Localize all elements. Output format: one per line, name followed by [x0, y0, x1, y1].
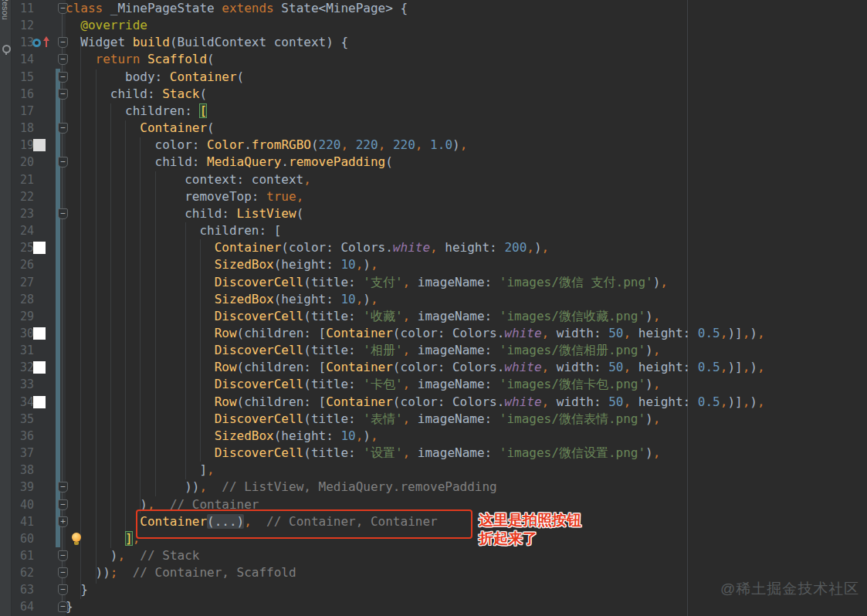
code-line[interactable]: 33 DiscoverCell(title: '卡包', imageName: …: [0, 376, 867, 393]
code-line[interactable]: 18− Container(: [0, 120, 867, 137]
code-text[interactable]: child: Stack(: [66, 86, 867, 103]
line-number[interactable]: 12: [14, 17, 34, 34]
code-text[interactable]: }: [66, 598, 867, 615]
vcs-change-marker[interactable]: [56, 274, 60, 291]
line-number[interactable]: 18: [14, 120, 34, 137]
line-number[interactable]: 64: [14, 598, 34, 615]
code-line[interactable]: 28 SizedBox(height: 10,),: [0, 291, 867, 308]
vcs-change-marker[interactable]: [56, 342, 60, 359]
code-line[interactable]: 26 SizedBox(height: 10,),: [0, 256, 867, 273]
vcs-change-marker[interactable]: [56, 411, 60, 428]
vcs-change-marker[interactable]: [56, 445, 60, 462]
code-text[interactable]: body: Container(: [66, 69, 867, 86]
line-number[interactable]: 15: [14, 69, 34, 86]
code-line[interactable]: 36 SizedBox(height: 10,),: [0, 428, 867, 445]
vcs-change-marker[interactable]: [56, 137, 60, 154]
color-preview-swatch[interactable]: [33, 396, 46, 408]
code-line[interactable]: 24 children: [: [0, 222, 867, 239]
line-number[interactable]: 62: [14, 564, 34, 581]
code-text[interactable]: SizedBox(height: 10,),: [66, 428, 867, 445]
line-number[interactable]: 61: [14, 547, 34, 564]
line-number[interactable]: 41: [14, 513, 34, 530]
line-number[interactable]: 32: [14, 359, 34, 376]
line-number[interactable]: 14: [14, 51, 34, 68]
vcs-change-marker[interactable]: [56, 222, 60, 239]
code-line[interactable]: 32 Row(children: [Container(color: Color…: [0, 359, 867, 376]
code-text[interactable]: color: Color.fromRGBO(220, 220, 220, 1.0…: [66, 137, 867, 154]
line-number[interactable]: 33: [14, 376, 34, 393]
code-text[interactable]: DiscoverCell(title: '收藏', imageName: 'im…: [66, 308, 867, 325]
line-number[interactable]: 21: [14, 171, 34, 188]
tool-window-icon[interactable]: [2, 45, 11, 53]
line-number[interactable]: 31: [14, 342, 34, 359]
code-line[interactable]: 16− child: Stack(: [0, 86, 867, 103]
code-text[interactable]: return Scaffold(: [66, 51, 867, 68]
code-text[interactable]: ), // Stack: [66, 547, 867, 564]
vcs-change-marker[interactable]: [56, 325, 60, 342]
code-line[interactable]: 29 DiscoverCell(title: '收藏', imageName: …: [0, 308, 867, 325]
vcs-change-marker[interactable]: [56, 308, 60, 325]
code-text[interactable]: context: context,: [66, 171, 867, 188]
line-number[interactable]: 26: [14, 256, 34, 273]
code-text[interactable]: DiscoverCell(title: '表情', imageName: 'im…: [66, 411, 867, 428]
vcs-change-marker[interactable]: [56, 530, 60, 547]
line-number[interactable]: 20: [14, 154, 34, 171]
vcs-change-marker[interactable]: [56, 171, 60, 188]
line-number[interactable]: 16: [14, 86, 34, 103]
code-line[interactable]: 31 DiscoverCell(title: '相册', imageName: …: [0, 342, 867, 359]
line-number[interactable]: 23: [14, 205, 34, 222]
code-text[interactable]: ],: [66, 462, 867, 479]
code-text[interactable]: Container(: [66, 120, 867, 137]
line-number[interactable]: 11: [14, 0, 34, 17]
vcs-change-marker[interactable]: [56, 256, 60, 273]
code-text[interactable]: DiscoverCell(title: '支付', imageName: 'im…: [66, 274, 867, 291]
tool-window-bar[interactable]: Resou: [0, 0, 12, 616]
line-number[interactable]: 35: [14, 411, 34, 428]
line-number[interactable]: 28: [14, 291, 34, 308]
code-text[interactable]: Container(color: Colors.white, height: 2…: [66, 239, 867, 256]
line-number[interactable]: 27: [14, 274, 34, 291]
code-text[interactable]: )), // ListView, MediaQuery.removePaddin…: [66, 479, 867, 496]
override-method-icon[interactable]: [32, 39, 41, 47]
code-line[interactable]: 22 removeTop: true,: [0, 188, 867, 205]
code-line[interactable]: 38 ],: [0, 462, 867, 479]
code-text[interactable]: child: MediaQuery.removePadding(: [66, 154, 867, 171]
code-text[interactable]: SizedBox(height: 10,),: [66, 291, 867, 308]
code-line[interactable]: 30 Row(children: [Container(color: Color…: [0, 325, 867, 342]
color-preview-swatch[interactable]: [33, 139, 46, 151]
vcs-change-marker[interactable]: [56, 394, 60, 411]
code-text[interactable]: children: [: [66, 103, 867, 120]
vcs-change-marker[interactable]: [56, 359, 60, 376]
code-line[interactable]: 14− return Scaffold(: [0, 51, 867, 68]
code-text[interactable]: Row(children: [Container(color: Colors.w…: [66, 394, 867, 411]
code-line[interactable]: 39− )), // ListView, MediaQuery.removePa…: [0, 479, 867, 496]
vcs-change-marker[interactable]: [56, 188, 60, 205]
color-preview-swatch[interactable]: [33, 327, 46, 340]
code-text[interactable]: Widget build(BuildContext context) {: [66, 34, 867, 51]
code-line[interactable]: 23− child: ListView(: [0, 205, 867, 222]
line-number[interactable]: 22: [14, 188, 34, 205]
code-line[interactable]: 17 children: [: [0, 103, 867, 120]
code-line[interactable]: 25 Container(color: Colors.white, height…: [0, 239, 867, 256]
code-line[interactable]: 64−}: [0, 598, 867, 615]
code-text[interactable]: class _MinePageState extends State<MineP…: [66, 0, 867, 17]
line-number[interactable]: 60: [14, 530, 34, 547]
code-text[interactable]: DiscoverCell(title: '设置', imageName: 'im…: [66, 445, 867, 462]
code-text[interactable]: @override: [66, 17, 867, 34]
line-number[interactable]: 13: [14, 34, 34, 51]
override-arrow-icon[interactable]: [43, 36, 49, 49]
code-line[interactable]: 21 context: context,: [0, 171, 867, 188]
code-text[interactable]: DiscoverCell(title: '相册', imageName: 'im…: [66, 342, 867, 359]
line-number[interactable]: 37: [14, 445, 34, 462]
code-line[interactable]: 11−class _MinePageState extends State<Mi…: [0, 0, 867, 17]
line-number[interactable]: 38: [14, 462, 34, 479]
tool-window-label[interactable]: Resou: [1, 0, 10, 20]
line-number[interactable]: 63: [14, 581, 34, 598]
line-number[interactable]: 36: [14, 428, 34, 445]
intention-bulb-icon[interactable]: [72, 533, 82, 546]
code-text[interactable]: SizedBox(height: 10,),: [66, 256, 867, 273]
line-number[interactable]: 29: [14, 308, 34, 325]
line-number[interactable]: 39: [14, 479, 34, 496]
code-line[interactable]: 27 DiscoverCell(title: '支付', imageName: …: [0, 274, 867, 291]
vcs-change-marker[interactable]: [56, 376, 60, 393]
